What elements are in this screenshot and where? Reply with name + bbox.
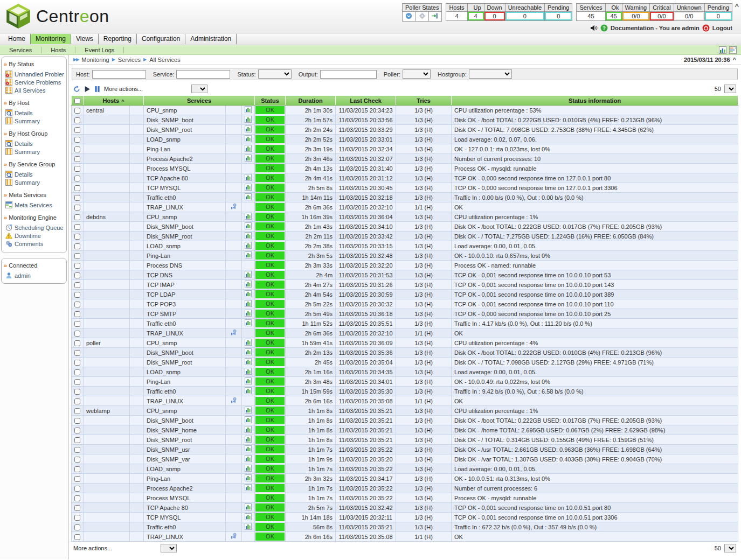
play-icon[interactable] (84, 86, 91, 93)
row-checkbox[interactable] (74, 146, 80, 152)
poller-activity-icon[interactable] (419, 12, 426, 19)
row-checkbox[interactable] (74, 505, 80, 511)
hosts-column-header[interactable]: Hosts^ (84, 96, 144, 106)
row-checkbox[interactable] (74, 176, 80, 181)
subnav-tab-event-logs[interactable]: Event Logs (75, 47, 124, 53)
service-name[interactable]: Disk_SNMP_usr (144, 445, 226, 454)
breadcrumb-item-services[interactable]: Services (118, 57, 141, 63)
page-size-select[interactable] (724, 85, 736, 93)
row-checkbox[interactable] (74, 127, 80, 133)
service-graph-icon[interactable] (245, 281, 252, 288)
sidebar-item-all-services[interactable]: All Services (4, 86, 64, 94)
row-checkbox[interactable] (74, 137, 80, 143)
row-checkbox[interactable] (74, 418, 80, 424)
row-checkbox[interactable] (74, 156, 80, 162)
row-checkbox[interactable] (74, 205, 80, 211)
services-count-services[interactable]: 45 (577, 12, 605, 20)
sidebar-item-unhandled-problems[interactable]: Unhandled Problems (4, 70, 64, 78)
hosts-count-unreachable[interactable]: 0 (505, 12, 544, 20)
row-checkbox[interactable] (74, 466, 80, 472)
service-graph-icon[interactable] (245, 135, 252, 142)
row-checkbox[interactable] (74, 302, 80, 307)
service-name[interactable]: Traffic eth0 (144, 319, 226, 328)
service-name[interactable]: Process Apache2 (144, 484, 226, 493)
service-name[interactable]: Disk_SNMP_root (144, 125, 226, 135)
service-name[interactable]: Process MYSQL (144, 164, 226, 173)
service-graph-icon[interactable] (245, 387, 252, 394)
service-graph-icon[interactable] (245, 251, 252, 258)
service-name[interactable]: Ping-Lan (144, 474, 226, 484)
row-checkbox[interactable] (74, 214, 80, 220)
service-name[interactable]: TCP Apache 80 (144, 503, 226, 513)
row-checkbox[interactable] (74, 360, 80, 366)
row-checkbox[interactable] (74, 350, 80, 356)
service-name[interactable]: Process Apache2 (144, 154, 226, 164)
row-checkbox[interactable] (74, 234, 80, 240)
service-name[interactable]: Traffic eth0 (144, 193, 226, 202)
service-graph-icon[interactable] (245, 348, 252, 355)
documentation-user-text[interactable]: Documentation - You are admin (611, 25, 700, 31)
row-checkbox[interactable] (74, 185, 80, 191)
service-graph-icon[interactable] (245, 300, 252, 307)
sidebar-item-details[interactable]: Details (4, 139, 64, 148)
service-graph-icon[interactable] (245, 271, 252, 278)
nav-tab-views[interactable]: Views (71, 34, 99, 44)
help-icon[interactable] (600, 24, 608, 32)
hosts-count-up[interactable]: 4 (468, 12, 484, 20)
service-graph-icon[interactable] (245, 484, 252, 491)
last-check-column-header[interactable]: Last Check (336, 96, 396, 106)
service-name[interactable]: Process DNS (144, 261, 226, 270)
service-graph-icon[interactable] (245, 426, 252, 433)
duration-column-header[interactable]: Duration (286, 96, 336, 106)
host-cell[interactable]: debdns (84, 212, 130, 222)
service-graph-icon[interactable] (245, 290, 252, 297)
row-checkbox[interactable] (74, 331, 80, 337)
row-checkbox[interactable] (74, 253, 80, 259)
service-name[interactable]: TRAP_LINUX (144, 396, 226, 406)
nav-tab-configuration[interactable]: Configuration (137, 34, 185, 44)
service-graph-icon[interactable] (245, 106, 252, 113)
service-name[interactable]: Disk_SNMP_root (144, 358, 226, 367)
row-checkbox[interactable] (74, 282, 80, 288)
service-name[interactable]: TRAP_LINUX (144, 202, 226, 212)
service-name[interactable]: LOAD_snmp (144, 464, 226, 474)
row-checkbox[interactable] (74, 457, 80, 463)
graph-shortcut-icon[interactable] (719, 46, 726, 54)
row-checkbox[interactable] (74, 524, 80, 530)
service-graph-icon[interactable] (245, 155, 252, 162)
output-filter-input[interactable] (320, 70, 377, 79)
service-name[interactable]: TCP IMAP (144, 280, 226, 290)
service-graph-icon[interactable] (245, 125, 252, 132)
poller-filter-select[interactable] (403, 69, 431, 79)
header-collapse-icon[interactable]: ^ (735, 2, 739, 10)
services-count-ok[interactable]: 45 (606, 12, 622, 20)
row-checkbox[interactable] (74, 379, 80, 385)
service-graph-icon[interactable] (245, 503, 252, 510)
service-name[interactable]: Disk_SNMP_home (144, 425, 226, 435)
row-checkbox[interactable] (74, 486, 80, 492)
more-actions-select[interactable] (191, 85, 207, 93)
service-name[interactable]: TRAP_LINUX (144, 328, 226, 338)
hosts-count-pending[interactable]: 0 (545, 12, 572, 20)
nav-tab-administration[interactable]: Administration (185, 34, 237, 44)
services-count-unknown[interactable]: 0/0 (674, 12, 704, 20)
row-checkbox[interactable] (74, 117, 80, 123)
service-name[interactable]: LOAD_snmp (144, 241, 226, 251)
service-name[interactable]: TCP POP3 (144, 299, 226, 309)
service-name[interactable]: TCP LDAP (144, 290, 226, 299)
service-name[interactable]: Ping-Lan (144, 377, 226, 387)
row-checkbox[interactable] (74, 495, 80, 501)
service-graph-icon[interactable] (245, 116, 252, 123)
sidebar-item-details[interactable]: Details (4, 109, 64, 117)
row-checkbox[interactable] (74, 195, 80, 201)
services-column-header[interactable]: Services (144, 96, 255, 106)
service-graph-icon[interactable] (245, 455, 252, 462)
status-filter-select[interactable] (258, 69, 292, 79)
row-checkbox[interactable] (74, 437, 80, 443)
sound-icon[interactable] (590, 24, 598, 32)
refresh-icon[interactable] (73, 86, 80, 93)
hosts-count-down[interactable]: 0 (484, 12, 505, 20)
service-graph-icon[interactable] (245, 523, 252, 530)
service-graph-icon[interactable] (245, 407, 252, 414)
service-name[interactable]: CPU_snmp (144, 106, 226, 115)
